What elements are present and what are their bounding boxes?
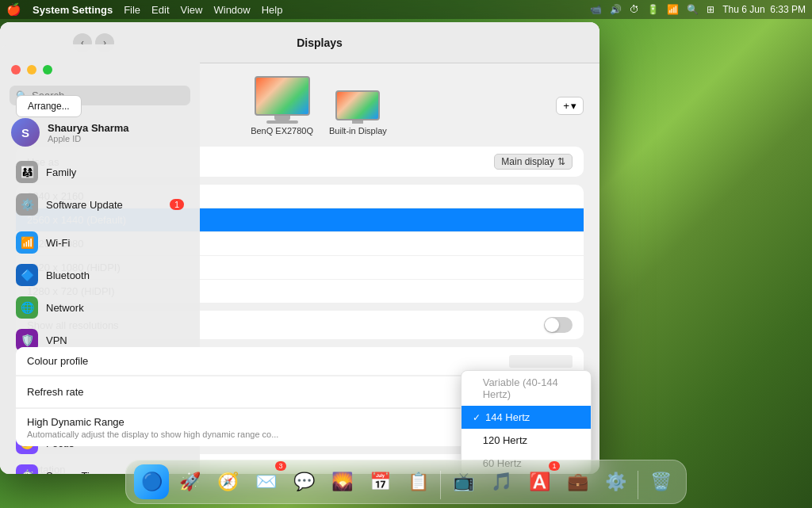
menubar-window[interactable]: Window — [213, 4, 250, 16]
use-as-stepper[interactable]: Main display ⇅ — [494, 154, 573, 170]
sidebar-label-software-update: Software Update — [46, 199, 123, 211]
menubar-help[interactable]: Help — [262, 4, 283, 16]
dock-separator — [440, 471, 441, 499]
colour-profile-value-hidden — [509, 355, 573, 368]
appstore-icon: 🅰️ — [529, 472, 550, 492]
menubar-app-name[interactable]: System Settings — [33, 4, 113, 16]
dock-trash[interactable]: 🗑️ — [643, 464, 678, 499]
software-update-badge: 1 — [170, 199, 184, 210]
slack-icon: 💼 — [567, 472, 588, 492]
arrange-button[interactable]: Arrange... — [16, 95, 82, 117]
sidebar-label-family: Family — [46, 166, 76, 178]
dock-messages[interactable]: 💬 — [286, 464, 321, 499]
messages-icon: 💬 — [293, 472, 315, 492]
reminders-icon: 📋 — [408, 472, 429, 492]
appstore-badge: 1 — [549, 461, 560, 471]
chevron-down-icon: ▾ — [571, 100, 576, 112]
dropdown-item-144[interactable]: ✓ 144 Hertz — [462, 406, 591, 429]
minimize-button[interactable] — [27, 65, 36, 74]
mail-icon: ✉️ — [255, 472, 277, 492]
monitor-screen-benq — [255, 76, 310, 116]
menubar-search-icon[interactable]: 🔍 — [687, 4, 699, 15]
family-icon: 👨‍👩‍👧 — [16, 161, 38, 183]
system-settings-dock-icon: ⚙️ — [605, 472, 626, 492]
check-144: ✓ — [473, 412, 481, 423]
sidebar-item-software-update[interactable]: ⚙️ Software Update 1 — [5, 189, 195, 220]
menubar-control-icon[interactable]: ⊞ — [707, 4, 714, 15]
sidebar-item-family[interactable]: 👨‍👩‍👧 Family — [5, 156, 195, 188]
menubar-battery-icon[interactable]: 🔋 — [647, 4, 659, 15]
dock-calendar[interactable]: 📅 — [362, 464, 397, 499]
menubar-volume-icon[interactable]: 🔊 — [610, 4, 622, 15]
network-icon: 🌐 — [16, 296, 38, 319]
dock-system-settings[interactable]: ⚙️ — [598, 464, 633, 499]
apple-logo-icon[interactable]: 🍎 — [6, 2, 21, 17]
dock-separator-2 — [638, 471, 638, 499]
software-update-icon: ⚙️ — [16, 193, 38, 216]
sidebar-item-wifi[interactable]: 📶 Wi-Fi — [5, 227, 195, 258]
dock-safari[interactable]: 🧭 — [210, 464, 245, 499]
trash-icon: 🗑️ — [650, 472, 672, 492]
dropdown-label-144: 144 Hertz — [485, 411, 530, 423]
dock-mail[interactable]: ✉️ 3 — [248, 464, 283, 499]
close-button[interactable] — [11, 65, 21, 74]
sidebar-item-network[interactable]: 🌐 Network — [5, 292, 195, 323]
menubar-edit[interactable]: Edit — [151, 4, 169, 16]
safari-icon: 🧭 — [217, 472, 239, 492]
stepper-arrows-icon: ⇅ — [557, 156, 565, 167]
menubar-screentime-icon[interactable]: ⏱ — [630, 4, 639, 15]
colour-profile-label: Colour profile — [27, 355, 509, 367]
maximize-button[interactable] — [43, 65, 52, 74]
dock-tv[interactable]: 📺 — [446, 464, 481, 499]
add-display-button[interactable]: + ▾ — [556, 97, 584, 115]
toggle-knob — [545, 318, 559, 332]
screen-time-icon: ⏱️ — [16, 464, 38, 474]
dock-launchpad[interactable]: 🚀 — [172, 464, 207, 499]
launchpad-icon: 🚀 — [179, 472, 201, 492]
sidebar-label-bluetooth: Bluetooth — [46, 269, 90, 281]
sidebar-label-wifi: Wi-Fi — [46, 237, 70, 249]
dock-music[interactable]: 🎵 — [484, 464, 519, 499]
menubar-screenshare-icon: 📹 — [590, 4, 602, 15]
monitor-screen-builtin — [335, 90, 380, 120]
refresh-rate-row: Refresh rate → Variable (40-144 Hertz) ✓… — [16, 376, 584, 408]
display-settings-group: Colour profile Refresh rate → Variable (… — [16, 347, 584, 446]
menubar-file[interactable]: File — [124, 4, 140, 16]
monitor-builtin[interactable]: Built-in Display — [329, 90, 387, 136]
music-icon: 🎵 — [491, 472, 512, 492]
sidebar-item-bluetooth[interactable]: 🔷 Bluetooth — [5, 259, 195, 291]
menubar: 🍎 System Settings File Edit View Window … — [0, 0, 812, 19]
check-variable — [473, 383, 478, 394]
refresh-rate-dropdown[interactable]: Variable (40-144 Hertz) ✓ 144 Hertz 120 … — [461, 370, 592, 474]
menubar-view[interactable]: View — [181, 4, 203, 16]
dock-reminders[interactable]: 📋 — [400, 464, 435, 499]
dropdown-label-variable: Variable (40-144 Hertz) — [483, 376, 580, 400]
menubar-datetime: Thu 6 Jun 6:33 PM — [722, 4, 806, 15]
system-settings-window: 🔍 S Shaurya Sharma Apple ID 👨‍👩‍👧 Family — [0, 22, 599, 474]
finder-icon: 🔵 — [141, 472, 163, 492]
monitor-benq[interactable]: BenQ EX2780Q — [251, 76, 313, 136]
dock-finder[interactable]: 🔵 — [134, 464, 169, 499]
use-as-value: Main display — [501, 156, 554, 167]
calendar-icon: 📅 — [370, 472, 391, 492]
mail-badge: 3 — [275, 461, 286, 471]
monitor-label-builtin: Built-in Display — [329, 126, 387, 136]
show-all-toggle[interactable] — [544, 317, 573, 333]
bluetooth-icon: 🔷 — [16, 264, 38, 286]
menubar-wifi-icon[interactable]: 📶 — [667, 4, 679, 15]
photos-icon: 🌄 — [331, 472, 353, 492]
dropdown-label-120: 120 Hertz — [483, 434, 527, 446]
sidebar-label-screen-time: Screen Time — [46, 470, 104, 475]
dock-appstore[interactable]: 🅰️ 1 — [522, 464, 557, 499]
dock-slack[interactable]: 💼 — [560, 464, 595, 499]
monitor-stand-builtin — [352, 120, 363, 124]
sidebar-label-vpn: VPN — [46, 334, 67, 346]
dock-photos[interactable]: 🌄 — [324, 464, 359, 499]
plus-icon: + — [563, 100, 569, 112]
dropdown-item-120[interactable]: 120 Hertz — [462, 429, 591, 452]
dropdown-item-variable[interactable]: Variable (40-144 Hertz) — [462, 371, 591, 406]
sidebar-label-network: Network — [46, 302, 84, 314]
check-120 — [473, 435, 478, 446]
monitors-row: Arrange... BenQ EX2780Q Built-in Display — [16, 76, 584, 136]
monitor-label-benq: BenQ EX2780Q — [251, 126, 313, 136]
